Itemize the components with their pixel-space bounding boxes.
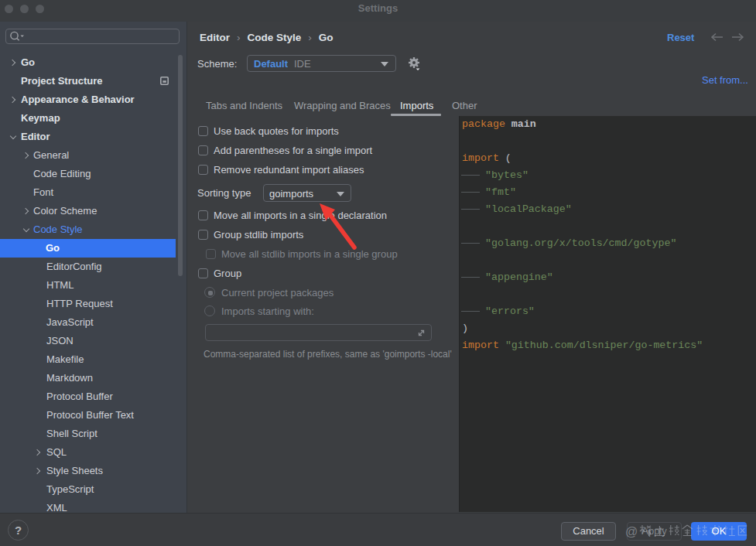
svg-text:@: @ <box>625 525 638 538</box>
